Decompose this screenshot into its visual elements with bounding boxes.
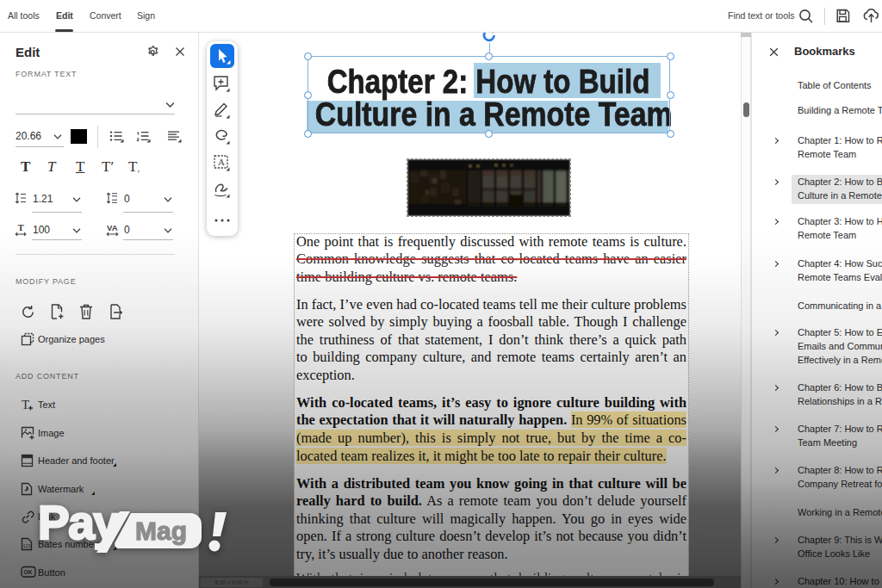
svg-text:OK: OK: [24, 569, 33, 575]
svg-text:T: T: [18, 223, 25, 232]
svg-text:T: T: [22, 398, 29, 412]
svg-text:Mag: Mag: [135, 517, 187, 545]
svg-text:123: 123: [23, 543, 31, 548]
svg-text:VA: VA: [107, 223, 118, 232]
svg-text:A: A: [218, 157, 225, 167]
